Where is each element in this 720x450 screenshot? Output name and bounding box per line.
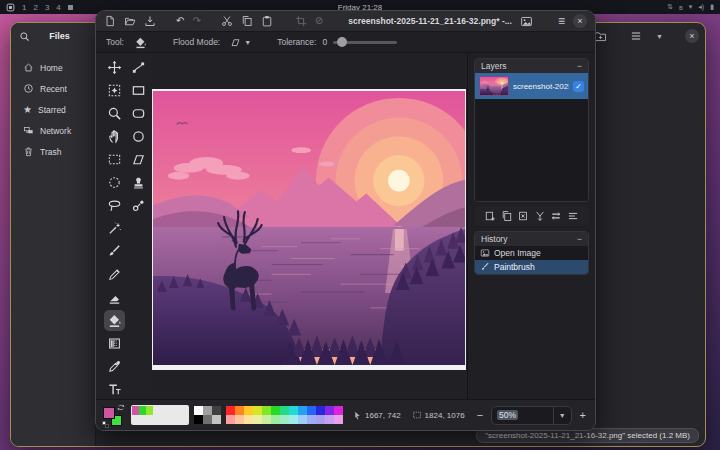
new-folder-icon[interactable] xyxy=(594,30,607,43)
layers-collapse-button[interactable]: − xyxy=(577,61,582,71)
palette-swatch[interactable] xyxy=(235,406,244,415)
swap-colors-icon[interactable] xyxy=(117,403,126,412)
clone-stamp-tool[interactable] xyxy=(128,172,149,193)
editor-close-button[interactable]: × xyxy=(573,14,587,28)
palette-swatch[interactable] xyxy=(194,406,203,415)
palette-swatch[interactable] xyxy=(146,415,153,424)
palette-swatch[interactable] xyxy=(262,415,271,424)
delete-layer-button[interactable] xyxy=(517,210,529,222)
palette-swatch[interactable] xyxy=(235,415,244,424)
layer-row[interactable]: screenshot-2025-... ✓ xyxy=(475,73,588,99)
palette-swatch[interactable] xyxy=(298,406,307,415)
palette-swatch[interactable] xyxy=(289,406,298,415)
layer-properties-button[interactable] xyxy=(567,210,579,222)
palette-swatch[interactable] xyxy=(334,406,343,415)
palette-swatch[interactable] xyxy=(181,406,188,415)
color-picker-tool[interactable] xyxy=(104,356,125,377)
palette-swatch[interactable] xyxy=(139,406,146,415)
new-image-icon[interactable] xyxy=(104,15,116,27)
move-tool[interactable] xyxy=(104,57,125,78)
current-tool-button[interactable] xyxy=(130,34,151,51)
tolerance-slider[interactable] xyxy=(333,37,397,47)
palette-swatch[interactable] xyxy=(203,406,212,415)
palette-swatch[interactable] xyxy=(325,406,334,415)
palette-swatch[interactable] xyxy=(244,415,253,424)
palette-swatch[interactable] xyxy=(253,406,262,415)
palette-swatch[interactable] xyxy=(153,415,160,424)
ellipse-select-tool[interactable] xyxy=(104,172,125,193)
crop-icon[interactable] xyxy=(295,15,307,27)
palette-swatch[interactable] xyxy=(307,415,316,424)
text-tool[interactable] xyxy=(104,379,125,400)
palette-swatch[interactable] xyxy=(226,406,235,415)
palette-swatch[interactable] xyxy=(289,415,298,424)
palette-swatch[interactable] xyxy=(212,415,221,424)
lasso-select-tool[interactable] xyxy=(104,195,125,216)
ellipse-tool[interactable] xyxy=(128,126,149,147)
canvas[interactable] xyxy=(152,89,466,370)
history-item-open-image[interactable]: Open Image xyxy=(475,246,588,260)
sidebar-item-recent[interactable]: Recent xyxy=(14,78,92,99)
layer-visibility-checkbox[interactable]: ✓ xyxy=(573,81,584,92)
palette-swatch[interactable] xyxy=(174,415,181,424)
palette-swatch[interactable] xyxy=(212,406,221,415)
sidebar-item-home[interactable]: Home xyxy=(14,57,92,78)
eraser-tool[interactable] xyxy=(104,287,125,308)
line-curve-tool[interactable] xyxy=(128,57,149,78)
primary-color-swatch[interactable] xyxy=(103,407,115,419)
palette-swatch[interactable] xyxy=(325,415,334,424)
duplicate-layer-button[interactable] xyxy=(501,210,513,222)
palette-swatch[interactable] xyxy=(271,415,280,424)
palette-swatch[interactable] xyxy=(174,406,181,415)
palette-swatch[interactable] xyxy=(316,406,325,415)
palette-swatch[interactable] xyxy=(298,415,307,424)
palette-swatch[interactable] xyxy=(226,415,235,424)
editor-headerbar[interactable]: ↶ ↷ ⊘ screenshot-2025-11-21_21-16-32.png… xyxy=(96,11,595,32)
cut-icon[interactable] xyxy=(221,15,233,27)
palette-swatch[interactable] xyxy=(132,415,139,424)
main-menu-icon[interactable]: ≡ xyxy=(558,15,565,27)
history-item-paintbrush[interactable]: Paintbrush xyxy=(475,260,588,274)
zoom-in-button[interactable]: + xyxy=(577,409,589,421)
paste-icon[interactable] xyxy=(261,15,273,27)
zoom-level[interactable]: 50% xyxy=(497,410,518,420)
palette-swatch[interactable] xyxy=(167,406,174,415)
palette-swatch[interactable] xyxy=(203,415,212,424)
pan-tool[interactable] xyxy=(104,126,125,147)
rectangle-tool[interactable] xyxy=(128,80,149,101)
sidebar-item-starred[interactable]: ★ Starred xyxy=(14,99,92,120)
color-pair[interactable] xyxy=(102,403,126,427)
palette-swatch[interactable] xyxy=(153,406,160,415)
palette-swatch[interactable] xyxy=(253,415,262,424)
rounded-rectangle-tool[interactable] xyxy=(128,103,149,124)
redo-icon[interactable]: ↷ xyxy=(192,16,200,26)
copy-icon[interactable] xyxy=(241,15,253,27)
palette-swatch[interactable] xyxy=(307,406,316,415)
palette-swatch[interactable] xyxy=(244,406,253,415)
palette-swatch[interactable] xyxy=(167,415,174,424)
palette-swatch[interactable] xyxy=(181,415,188,424)
move-selection-tool[interactable] xyxy=(104,80,125,101)
save-icon[interactable] xyxy=(144,15,156,27)
sidebar-item-trash[interactable]: Trash xyxy=(14,141,92,162)
files-close-button[interactable]: × xyxy=(685,29,699,43)
palette-swatch[interactable] xyxy=(194,415,203,424)
palette-swatch[interactable] xyxy=(132,406,139,415)
recolor-tool[interactable] xyxy=(128,195,149,216)
deselect-icon[interactable]: ⊘ xyxy=(315,16,323,26)
palette-swatch[interactable] xyxy=(262,406,271,415)
magic-wand-tool[interactable] xyxy=(104,218,125,239)
view-options-chevron-icon[interactable]: ▼ xyxy=(651,33,668,40)
paint-bucket-tool[interactable] xyxy=(104,310,125,331)
freeform-shape-tool[interactable] xyxy=(128,149,149,170)
history-collapse-button[interactable]: − xyxy=(577,234,582,244)
slider-thumb[interactable] xyxy=(337,37,347,47)
reset-colors-icon[interactable] xyxy=(102,421,109,428)
zoom-out-button[interactable]: − xyxy=(474,409,486,421)
palette-swatch[interactable] xyxy=(160,406,167,415)
palette-swatch[interactable] xyxy=(280,406,289,415)
open-image-icon[interactable] xyxy=(124,15,136,27)
undo-icon[interactable]: ↶ xyxy=(176,16,184,26)
palette-swatch[interactable] xyxy=(160,415,167,424)
rectangle-select-tool[interactable] xyxy=(104,149,125,170)
